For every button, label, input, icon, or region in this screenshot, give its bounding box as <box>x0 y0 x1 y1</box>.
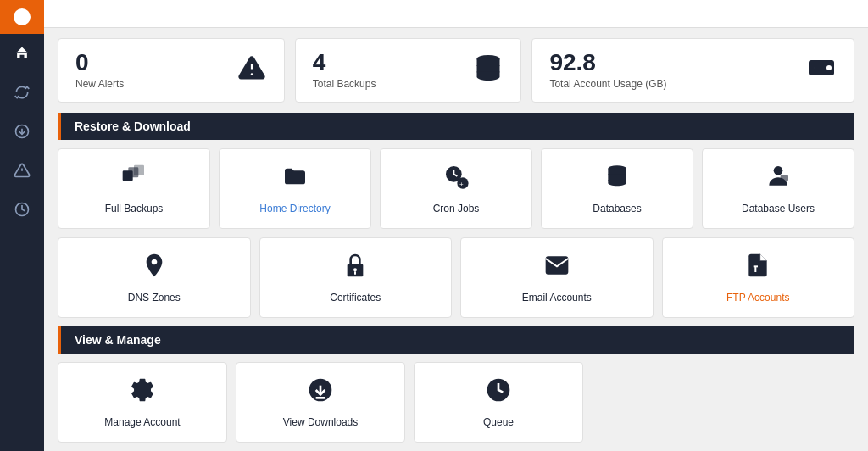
alerts-number: 0 <box>75 51 124 75</box>
svg-rect-20 <box>781 175 788 181</box>
svg-rect-14 <box>134 165 144 175</box>
manage-account-label: Manage Account <box>104 416 180 428</box>
view-downloads-item[interactable]: View Downloads <box>236 362 405 443</box>
queue-label: Queue <box>483 416 514 428</box>
backups-number: 4 <box>313 51 376 75</box>
full-backups-label: Full Backups <box>105 203 164 214</box>
queue-icon <box>485 376 512 409</box>
sidebar-item-refresh[interactable] <box>0 73 44 112</box>
grid-row-3: Manage Account View Downloads Queue <box>58 362 583 443</box>
full-backups-item[interactable]: Full Backups <box>58 148 210 229</box>
queue-item[interactable]: Queue <box>414 362 583 443</box>
stat-new-alerts: 0 New Alerts <box>58 38 285 103</box>
svg-point-11 <box>826 65 832 70</box>
dns-zones-icon <box>141 252 168 285</box>
usage-number: 92.8 <box>549 51 666 75</box>
usage-label: Total Account Usage (GB) <box>549 78 666 90</box>
hdd-icon <box>806 53 837 89</box>
ftp-accounts-icon <box>744 252 771 285</box>
restore-download-header: Restore & Download <box>58 113 854 140</box>
sidebar <box>0 0 44 451</box>
grid-row-1: Full Backups Home Directory + Cron Jobs … <box>58 148 854 229</box>
databases-icon <box>604 163 631 196</box>
svg-point-19 <box>774 166 783 175</box>
svg-point-22 <box>353 268 357 271</box>
certificates-item[interactable]: Certificates <box>259 237 453 318</box>
view-manage-grid: Manage Account View Downloads Queue <box>44 354 868 451</box>
sidebar-item-home[interactable] <box>0 34 44 73</box>
home-directory-item[interactable]: Home Directory <box>219 148 371 229</box>
grid-row-2: DNS Zones Certificates Email Accounts FT… <box>58 237 854 318</box>
view-downloads-icon <box>307 376 334 409</box>
backups-label: Total Backups <box>313 78 376 90</box>
ftp-accounts-label: FTP Accounts <box>726 292 789 303</box>
full-backups-icon <box>120 163 147 196</box>
certificates-icon <box>342 252 369 285</box>
restore-download-grid: Full Backups Home Directory + Cron Jobs … <box>44 140 868 326</box>
view-downloads-label: View Downloads <box>283 416 359 428</box>
email-accounts-label: Email Accounts <box>522 292 592 303</box>
view-manage-header: View & Manage <box>58 326 854 354</box>
database-users-label: Database Users <box>742 203 815 214</box>
home-directory-icon <box>281 163 309 196</box>
main-content: 0 New Alerts 4 Total Backups 92.8 Total … <box>44 0 868 451</box>
stat-account-usage: 92.8 Total Account Usage (GB) <box>531 38 854 103</box>
svg-text:+: + <box>459 181 464 188</box>
cron-jobs-item[interactable]: + Cron Jobs <box>380 148 532 229</box>
alert-icon <box>236 53 267 89</box>
ftp-accounts-item[interactable]: FTP Accounts <box>662 237 855 318</box>
stats-row: 0 New Alerts 4 Total Backups 92.8 Total … <box>44 28 868 113</box>
topbar <box>44 0 868 28</box>
dns-zones-item[interactable]: DNS Zones <box>58 237 251 318</box>
home-directory-label: Home Directory <box>259 203 330 214</box>
alerts-label: New Alerts <box>75 78 124 90</box>
sidebar-item-download[interactable] <box>0 112 44 151</box>
database-users-icon <box>765 163 792 196</box>
cron-jobs-icon: + <box>442 163 470 196</box>
sidebar-logo <box>0 0 44 34</box>
sidebar-item-alert[interactable] <box>0 151 44 190</box>
email-accounts-item[interactable]: Email Accounts <box>460 237 654 318</box>
sidebar-item-clock[interactable] <box>0 190 44 229</box>
cron-jobs-label: Cron Jobs <box>433 203 480 214</box>
databases-label: Databases <box>593 203 641 214</box>
database-users-item[interactable]: Database Users <box>702 148 854 229</box>
stat-total-backups: 4 Total Backups <box>295 38 522 103</box>
databases-item[interactable]: Databases <box>541 148 693 229</box>
manage-account-item[interactable]: Manage Account <box>58 362 227 443</box>
database-icon <box>473 53 504 89</box>
manage-account-icon <box>129 376 156 409</box>
email-accounts-icon <box>543 252 570 285</box>
certificates-label: Certificates <box>330 292 381 303</box>
dns-zones-label: DNS Zones <box>128 292 181 303</box>
svg-point-7 <box>251 73 253 75</box>
